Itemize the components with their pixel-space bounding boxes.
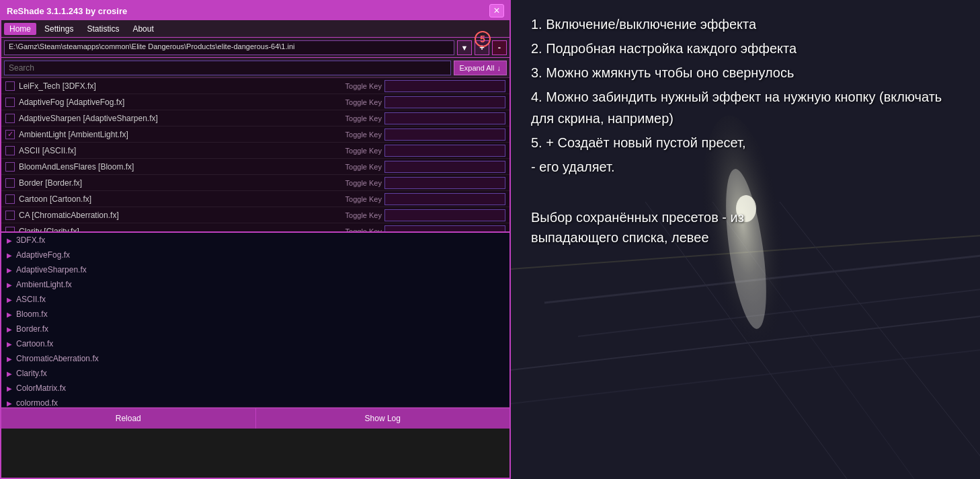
file-expand-arrow: ▶ <box>7 311 12 318</box>
effect-checkbox[interactable] <box>5 162 15 172</box>
file-item[interactable]: ▶ChromaticAberration.fx <box>1 351 509 366</box>
file-item[interactable]: ▶AdaptiveFog.fx <box>1 248 509 262</box>
file-expand-arrow: ▶ <box>7 281 12 289</box>
file-item[interactable]: ▶colormod.fx <box>1 396 509 408</box>
toggle-key-input[interactable] <box>384 225 505 233</box>
annotation-line-5: 5. + Создаёт новый пустой пресет, <box>531 132 960 153</box>
file-expand-arrow: ▶ <box>7 266 12 274</box>
effects-list: LeiFx_Tech [3DFX.fx]Toggle KeyAdaptiveFo… <box>1 78 509 233</box>
preset-dropdown-btn[interactable]: ▼ <box>457 40 472 55</box>
file-item[interactable]: ▶ASCII.fx <box>1 292 509 307</box>
effect-name: ASCII [ASCII.fx] <box>19 146 345 155</box>
expand-all-label: Expand All <box>460 64 495 72</box>
effect-item[interactable]: LeiFx_Tech [3DFX.fx]Toggle Key <box>1 78 509 94</box>
toggle-key-label: Toggle Key <box>345 195 382 203</box>
toggle-key-label: Toggle Key <box>345 82 382 90</box>
annotation-line-3: 3. Можно жмякнуть чтобы оно свернулось <box>531 62 960 83</box>
toggle-key-label: Toggle Key <box>345 163 382 171</box>
effect-checkbox[interactable]: ✓ <box>5 130 15 139</box>
toggle-key-label: Toggle Key <box>345 98 382 106</box>
search-input[interactable] <box>4 61 451 75</box>
file-name: Cartoon.fx <box>16 339 53 348</box>
effect-checkbox[interactable] <box>5 98 15 107</box>
effect-item[interactable]: ASCII [ASCII.fx]Toggle Key <box>1 143 509 159</box>
menu-bar: Home Settings Statistics About <box>1 20 509 38</box>
effect-item[interactable]: Clarity [Clarity.fx]Toggle Key <box>1 223 509 233</box>
toggle-key-input[interactable] <box>384 161 505 173</box>
file-expand-arrow: ▶ <box>7 400 12 407</box>
file-name: colormod.fx <box>16 398 58 408</box>
toggle-key-label: Toggle Key <box>345 131 382 139</box>
toggle-key-label: Toggle Key <box>345 147 382 155</box>
annotation-preset: Выбор сохранённых пресетов - из выпадающ… <box>511 194 980 261</box>
file-item[interactable]: ▶ColorMatrix.fx <box>1 381 509 396</box>
toggle-key-input[interactable] <box>384 96 505 108</box>
file-item[interactable]: ▶Cartoon.fx <box>1 336 509 351</box>
effect-checkbox[interactable] <box>5 114 15 123</box>
toggle-key-input[interactable] <box>384 177 505 189</box>
file-item[interactable]: ▶Clarity.fx <box>1 366 509 381</box>
effect-checkbox[interactable] <box>5 146 15 155</box>
file-item[interactable]: ▶Bloom.fx <box>1 307 509 322</box>
effect-item[interactable]: Cartoon [Cartoon.fx]Toggle Key <box>1 191 509 207</box>
annotation-text: 1. Включение/выключение эффекта 2. Подро… <box>511 0 980 194</box>
annotation-line-1: 1. Включение/выключение эффекта <box>531 13 960 35</box>
effect-item[interactable]: CA [ChromaticAberration.fx]Toggle Key <box>1 207 509 223</box>
preset-remove-btn[interactable]: - <box>492 40 507 55</box>
effect-item[interactable]: AdaptiveSharpen [AdaptiveSharpen.fx]Togg… <box>1 110 509 126</box>
effect-name: Clarity [Clarity.fx] <box>19 227 345 233</box>
file-item[interactable]: ▶AmbientLight.fx <box>1 277 509 292</box>
toggle-key-label: Toggle Key <box>345 227 382 233</box>
effect-checkbox[interactable] <box>5 211 15 220</box>
file-item[interactable]: ▶AdaptiveSharpen.fx <box>1 262 509 277</box>
effect-item[interactable]: AdaptiveFog [AdaptiveFog.fx]Toggle Key <box>1 94 509 110</box>
menu-about[interactable]: About <box>127 23 159 35</box>
toggle-key-label: Toggle Key <box>345 114 382 122</box>
effect-name: AmbientLight [AmbientLight.fx] <box>19 130 345 139</box>
toggle-key-input[interactable] <box>384 145 505 157</box>
toggle-key-input[interactable] <box>384 193 505 205</box>
file-item[interactable]: ▶3DFX.fx <box>1 233 509 248</box>
menu-statistics[interactable]: Statistics <box>81 23 124 35</box>
toggle-key-input[interactable] <box>384 112 505 124</box>
effect-item[interactable]: Border [Border.fx]Toggle Key <box>1 175 509 191</box>
file-expand-arrow: ▶ <box>7 385 12 392</box>
bottom-bar: Reload Show Log <box>1 408 509 428</box>
file-name: AdaptiveFog.fx <box>16 250 70 260</box>
show-log-button[interactable]: Show Log <box>256 408 510 429</box>
file-expand-arrow: ▶ <box>7 340 12 348</box>
file-name: 3DFX.fx <box>16 235 45 245</box>
file-expand-arrow: ▶ <box>7 326 12 333</box>
annotation-line-6: - его удаляет. <box>531 156 960 178</box>
menu-settings[interactable]: Settings <box>39 23 79 35</box>
preset-text-2: выпадающего списка, левее <box>531 227 960 248</box>
num5-annotation: 5 <box>475 31 491 47</box>
effect-item[interactable]: BloomAndLensFlares [Bloom.fx]Toggle Key <box>1 159 509 175</box>
effect-checkbox[interactable] <box>5 227 15 233</box>
reload-button[interactable]: Reload <box>1 408 256 429</box>
expand-all-button[interactable]: Expand All ↓ <box>454 61 507 75</box>
file-expand-arrow: ▶ <box>7 296 12 303</box>
effect-name: CA [ChromaticAberration.fx] <box>19 211 345 220</box>
preset-text-1: Выбор сохранённых пресетов - из <box>531 207 960 227</box>
file-name: ASCII.fx <box>16 295 46 304</box>
effect-checkbox[interactable] <box>5 194 15 204</box>
toggle-key-label: Toggle Key <box>345 179 382 187</box>
effect-checkbox[interactable] <box>5 178 15 188</box>
file-name: AdaptiveSharpen.fx <box>16 265 87 274</box>
app-title: ReShade 3.1.1.243 by crosire <box>7 6 127 16</box>
expand-icon: ↓ <box>497 64 501 72</box>
toggle-key-input[interactable] <box>384 128 505 141</box>
toggle-key-input[interactable] <box>384 80 505 92</box>
preset-path: E:\Gamz\Steam\steamapps\common\Elite Dan… <box>4 40 454 55</box>
file-name: ChromaticAberration.fx <box>16 354 99 363</box>
file-item[interactable]: ▶Border.fx <box>1 322 509 336</box>
toggle-key-input[interactable] <box>384 209 505 221</box>
close-button[interactable]: × <box>489 4 504 17</box>
effect-checkbox[interactable] <box>5 81 15 91</box>
menu-home[interactable]: Home <box>4 23 36 35</box>
effect-item[interactable]: ✓AmbientLight [AmbientLight.fx]Toggle Ke… <box>1 126 509 143</box>
effect-name: Border [Border.fx] <box>19 178 345 188</box>
title-bar: ReShade 3.1.1.243 by crosire 5 × <box>1 1 509 20</box>
reshade-panel: ReShade 3.1.1.243 by crosire 5 × Home Se… <box>0 0 511 479</box>
